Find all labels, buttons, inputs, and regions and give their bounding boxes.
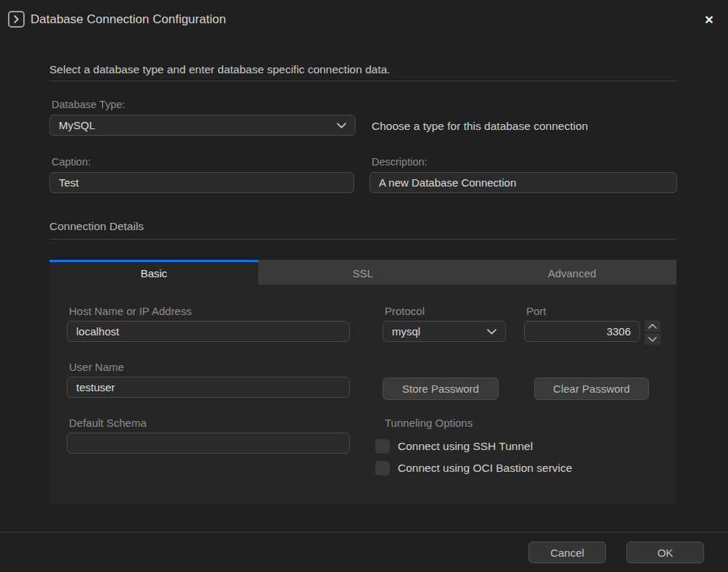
description-input[interactable] (369, 172, 677, 193)
section-divider (49, 239, 677, 240)
caption-label: Caption: (52, 156, 91, 168)
default-schema-input[interactable] (67, 433, 350, 454)
ssh-tunnel-label: Connect using SSH Tunnel (398, 440, 533, 453)
connection-tabs: Basic SSL Advanced (49, 260, 676, 285)
tab-basic[interactable]: Basic (49, 260, 258, 285)
dialog-panel-icon (8, 11, 25, 28)
intro-text: Select a database type and enter databas… (49, 63, 390, 76)
spinner-down-button[interactable] (645, 333, 660, 345)
close-icon[interactable]: ✕ (700, 11, 718, 28)
oci-bastion-option: Connect using OCI Bastion service (375, 461, 572, 475)
database-type-label: Database Type: (52, 99, 125, 110)
ssh-tunnel-option: Connect using SSH Tunnel (375, 439, 533, 454)
database-type-select[interactable]: MySQL (49, 115, 356, 136)
oci-bastion-label: Connect using OCI Bastion service (398, 462, 572, 475)
spinner-up-button[interactable] (645, 320, 660, 332)
host-label: Host Name or IP Address (69, 305, 192, 317)
protocol-value: mysql (392, 325, 420, 338)
tab-advanced[interactable]: Advanced (467, 260, 676, 285)
port-label: Port (526, 305, 547, 317)
database-type-value: MySQL (59, 119, 95, 131)
store-password-button[interactable]: Store Password (383, 377, 499, 400)
username-input[interactable] (67, 377, 350, 398)
chevron-up-icon (648, 324, 657, 329)
port-input[interactable] (524, 321, 640, 342)
chevron-down-icon (487, 329, 496, 335)
tunneling-options-label: Tunneling Options (385, 417, 473, 429)
chevron-right-icon (12, 15, 20, 23)
host-input[interactable] (67, 321, 350, 342)
protocol-select[interactable]: mysql (383, 321, 506, 342)
protocol-label: Protocol (385, 305, 425, 317)
ssh-tunnel-checkbox[interactable] (375, 439, 390, 454)
oci-bastion-checkbox[interactable] (375, 461, 390, 475)
username-label: User Name (69, 361, 124, 373)
chevron-down-icon (337, 123, 346, 128)
footer-divider (0, 532, 728, 533)
default-schema-label: Default Schema (69, 417, 147, 429)
tab-ssl[interactable]: SSL (258, 260, 467, 285)
database-type-hint: Choose a type for this database connecti… (372, 120, 588, 133)
caption-input[interactable] (49, 172, 354, 193)
intro-divider (49, 81, 677, 81)
chevron-down-icon (648, 337, 657, 342)
connection-details-title: Connection Details (49, 220, 144, 233)
ok-button[interactable]: OK (626, 542, 704, 563)
dialog-title: Database Connection Configuration (30, 12, 226, 27)
description-label: Description: (372, 156, 428, 168)
port-spinner (645, 320, 660, 345)
clear-password-button[interactable]: Clear Password (534, 377, 649, 400)
cancel-button[interactable]: Cancel (528, 542, 606, 563)
